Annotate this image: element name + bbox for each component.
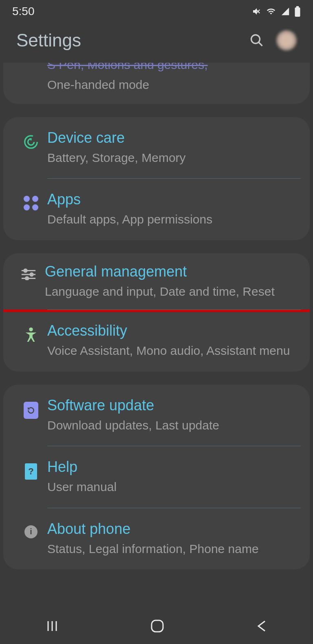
search-icon[interactable] bbox=[249, 33, 264, 48]
accessibility-icon bbox=[24, 327, 37, 343]
settings-item-about-phone[interactable]: i About phone Status, Legal information,… bbox=[3, 508, 310, 570]
item-subtitle: Battery, Storage, Memory bbox=[47, 150, 298, 166]
svg-point-8 bbox=[30, 273, 33, 276]
sliders-icon bbox=[21, 268, 36, 280]
item-text: Device care Battery, Storage, Memory bbox=[47, 129, 298, 166]
svg-rect-1 bbox=[296, 6, 299, 8]
item-title: Device care bbox=[47, 129, 298, 146]
item-subtitle: Default apps, App permissions bbox=[47, 211, 298, 228]
wifi-icon bbox=[266, 7, 276, 16]
svg-point-10 bbox=[25, 277, 29, 280]
icon-wrap bbox=[15, 191, 47, 210]
home-button[interactable] bbox=[150, 619, 164, 633]
recents-button[interactable] bbox=[46, 620, 59, 633]
icon-wrap bbox=[12, 263, 45, 280]
status-time: 5:50 bbox=[12, 5, 35, 18]
help-icon: ? bbox=[25, 463, 37, 480]
device-care-icon bbox=[23, 134, 39, 150]
item-title: About phone bbox=[47, 520, 298, 538]
mute-icon bbox=[252, 7, 262, 16]
item-text: Software update Download updates, Last u… bbox=[47, 397, 298, 434]
icon-wrap bbox=[15, 397, 47, 419]
item-subtitle: Language and input, Date and time, Reset bbox=[45, 283, 301, 300]
item-subtitle: Status, Legal information, Phone name bbox=[47, 541, 298, 558]
status-icons bbox=[252, 6, 301, 17]
settings-item-help[interactable]: ? Help User manual bbox=[3, 446, 310, 508]
icon-wrap: i bbox=[15, 520, 47, 538]
settings-content: S Pen, Motions and gestures, One-handed … bbox=[0, 63, 313, 569]
icon-wrap bbox=[15, 129, 47, 150]
settings-item-accessibility[interactable]: Accessibility Voice Assistant, Mono audi… bbox=[3, 310, 310, 372]
header: Settings bbox=[0, 23, 313, 63]
item-subtitle: Voice Assistant, Mono audio, Assistant m… bbox=[47, 343, 298, 359]
icon-wrap bbox=[15, 322, 47, 343]
item-text: Help User manual bbox=[47, 458, 298, 496]
settings-item-software-update[interactable]: Software update Download updates, Last u… bbox=[3, 385, 310, 446]
item-title: Apps bbox=[47, 191, 298, 208]
item-text: Accessibility Voice Assistant, Mono audi… bbox=[47, 322, 298, 359]
settings-item-apps[interactable]: Apps Default apps, App permissions bbox=[3, 179, 310, 240]
info-icon: i bbox=[24, 525, 37, 538]
item-title: Help bbox=[47, 458, 298, 476]
battery-icon bbox=[294, 6, 301, 17]
header-actions bbox=[249, 30, 297, 51]
settings-item-advanced[interactable]: S Pen, Motions and gestures, One-handed … bbox=[3, 63, 310, 104]
back-button[interactable] bbox=[256, 620, 267, 633]
item-text: Apps Default apps, App permissions bbox=[47, 191, 298, 228]
apps-icon bbox=[24, 196, 38, 210]
status-bar: 5:50 bbox=[0, 0, 313, 23]
svg-rect-0 bbox=[295, 7, 300, 17]
settings-card: Software update Download updates, Last u… bbox=[3, 385, 310, 570]
avatar[interactable] bbox=[276, 30, 297, 51]
settings-card-partial: S Pen, Motions and gestures, One-handed … bbox=[3, 63, 310, 104]
settings-item-general-management[interactable]: General management Language and input, D… bbox=[3, 253, 310, 312]
settings-card: Device care Battery, Storage, Memory App… bbox=[3, 117, 310, 240]
item-subtitle: One-handed mode bbox=[47, 77, 298, 93]
svg-rect-15 bbox=[152, 620, 163, 632]
page-title: Settings bbox=[16, 30, 81, 51]
settings-card: General management Language and input, D… bbox=[3, 253, 310, 372]
svg-point-11 bbox=[29, 328, 33, 332]
svg-line-3 bbox=[259, 42, 262, 46]
item-title-fragment: S Pen, Motions and gestures, bbox=[47, 63, 298, 72]
svg-point-6 bbox=[24, 269, 27, 272]
settings-item-device-care[interactable]: Device care Battery, Storage, Memory bbox=[3, 117, 310, 179]
item-text: General management Language and input, D… bbox=[45, 263, 301, 300]
item-title: Accessibility bbox=[47, 322, 298, 339]
item-subtitle: User manual bbox=[47, 479, 298, 496]
signal-icon bbox=[280, 7, 290, 16]
item-subtitle: Download updates, Last update bbox=[47, 417, 298, 434]
item-title: General management bbox=[45, 263, 301, 280]
svg-point-4 bbox=[25, 135, 37, 148]
navigation-bar bbox=[0, 608, 313, 644]
software-update-icon bbox=[24, 402, 38, 419]
item-text: About phone Status, Legal information, P… bbox=[47, 520, 298, 558]
icon-wrap bbox=[15, 63, 47, 68]
item-title: Software update bbox=[47, 397, 298, 414]
svg-point-2 bbox=[251, 35, 260, 44]
icon-wrap: ? bbox=[15, 458, 47, 480]
item-text: S Pen, Motions and gestures, One-handed … bbox=[47, 63, 298, 93]
